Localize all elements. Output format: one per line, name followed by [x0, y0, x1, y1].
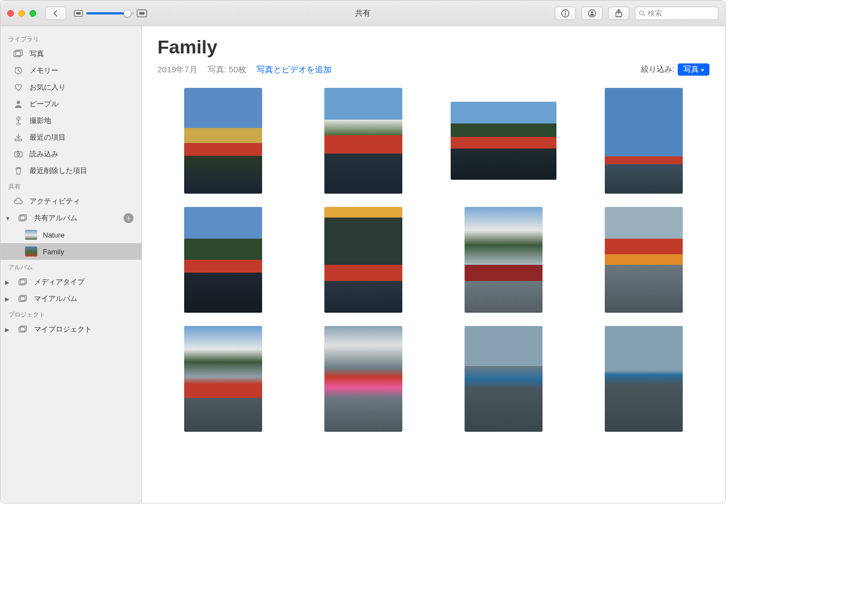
svg-rect-24 — [21, 295, 27, 300]
titlebar: 共有 検索 — [1, 1, 725, 26]
album-count: 写真: 50枚 — [208, 65, 246, 75]
disclosure-triangle-icon[interactable]: ▶ — [5, 296, 11, 302]
sidebar-header-library: ライブラリ — [1, 32, 141, 46]
sidebar-item-favorites[interactable]: お気に入り — [1, 79, 141, 96]
sidebar-item-my-projects[interactable]: ▶ マイプロジェクト — [1, 321, 141, 338]
info-button[interactable] — [555, 7, 576, 20]
svg-point-4 — [591, 11, 593, 13]
search-placeholder: 検索 — [648, 8, 662, 18]
zoom-out-icon — [74, 10, 83, 17]
sidebar-header-albums: アルバム — [1, 260, 141, 274]
cloud-icon — [13, 196, 24, 206]
memories-icon — [13, 66, 24, 76]
photo-thumbnail[interactable] — [605, 326, 683, 432]
svg-point-17 — [17, 153, 20, 156]
thumbnail-size-control — [74, 10, 146, 17]
album-stack-icon — [17, 324, 28, 334]
sidebar-item-activity[interactable]: アクティビティ — [1, 193, 141, 210]
photo-thumbnail[interactable] — [184, 207, 262, 313]
svg-rect-15 — [15, 139, 22, 141]
people-button[interactable] — [581, 7, 603, 20]
sidebar-item-shared-albums[interactable]: ▼ 共有アルバム + — [1, 210, 141, 226]
photo-thumbnail[interactable] — [184, 326, 262, 432]
svg-rect-23 — [19, 297, 25, 302]
search-icon — [639, 10, 645, 17]
photo-thumbnail[interactable] — [324, 207, 402, 313]
svg-line-7 — [643, 14, 645, 16]
album-date: 2019年7月 — [157, 65, 198, 75]
back-button[interactable] — [45, 7, 66, 20]
svg-rect-25 — [19, 327, 25, 332]
svg-point-14 — [16, 124, 21, 125]
disclosure-triangle-icon[interactable]: ▼ — [5, 215, 11, 221]
content-area: Family 2019年7月 写真: 50枚 写真とビデオを追加 絞り込み: 写… — [142, 26, 725, 503]
add-photos-videos-link[interactable]: 写真とビデオを追加 — [257, 65, 332, 75]
photo-thumbnail[interactable] — [605, 207, 683, 313]
photos-icon — [13, 49, 24, 59]
sidebar-item-recently-deleted[interactable]: 最近削除した項目 — [1, 162, 141, 179]
photo-thumbnail[interactable] — [324, 88, 402, 194]
close-window-button[interactable] — [7, 10, 14, 17]
album-thumbnail-icon — [25, 246, 37, 256]
person-icon — [13, 99, 24, 109]
photo-grid — [157, 86, 709, 434]
chevron-down-icon: ▾ — [701, 67, 704, 73]
sidebar-item-album-nature[interactable]: Nature — [1, 226, 141, 243]
sidebar-item-places[interactable]: 撮影地 — [1, 112, 141, 129]
zoom-in-icon — [137, 9, 147, 17]
album-meta-row: 2019年7月 写真: 50枚 写真とビデオを追加 絞り込み: 写真 ▾ — [157, 63, 709, 76]
sidebar-item-album-family[interactable]: Family — [1, 243, 141, 260]
photo-thumbnail[interactable] — [465, 326, 542, 432]
photo-thumbnail[interactable] — [605, 88, 683, 194]
svg-point-12 — [17, 117, 20, 120]
minimize-window-button[interactable] — [18, 10, 25, 17]
album-thumbnail-icon — [25, 230, 37, 240]
album-stack-icon — [17, 277, 28, 287]
svg-rect-18 — [17, 151, 19, 152]
sidebar-header-shared: 共有 — [1, 179, 141, 193]
svg-rect-2 — [565, 13, 565, 16]
sidebar-item-memories[interactable]: メモリー — [1, 62, 141, 79]
svg-rect-26 — [21, 326, 27, 331]
sidebar-item-imports[interactable]: 読み込み — [1, 146, 141, 162]
thumbnail-size-slider[interactable] — [86, 12, 134, 14]
trash-icon — [13, 166, 24, 176]
zoom-window-button[interactable] — [29, 10, 36, 17]
album-stack-icon — [17, 294, 28, 304]
svg-point-6 — [640, 11, 644, 14]
sidebar-item-my-albums[interactable]: ▶ マイアルバム — [1, 290, 141, 307]
photo-thumbnail[interactable] — [184, 88, 262, 194]
photo-thumbnail[interactable] — [451, 102, 556, 180]
sidebar: ライブラリ 写真 メモリー お気に入り ピープル 撮影地 最近の項目 読み込み — [1, 26, 142, 503]
album-title: Family — [157, 36, 709, 58]
disclosure-triangle-icon[interactable]: ▶ — [5, 279, 11, 285]
disclosure-triangle-icon[interactable]: ▶ — [5, 327, 11, 333]
sidebar-item-photos[interactable]: 写真 — [1, 46, 141, 62]
album-stack-icon — [17, 213, 28, 223]
download-icon — [13, 132, 24, 142]
photo-thumbnail[interactable] — [465, 207, 542, 313]
heart-icon — [13, 82, 24, 92]
svg-point-11 — [17, 101, 20, 104]
camera-icon — [13, 149, 24, 159]
sidebar-item-people[interactable]: ピープル — [1, 96, 141, 112]
sidebar-header-projects: プロジェクト — [1, 307, 141, 321]
add-shared-album-button[interactable]: + — [124, 213, 134, 223]
sidebar-item-recents[interactable]: 最近の項目 — [1, 129, 141, 146]
photo-thumbnail[interactable] — [324, 326, 402, 432]
window-controls — [7, 10, 36, 17]
window-title: 共有 — [355, 8, 371, 18]
filter-dropdown[interactable]: 写真 ▾ — [678, 63, 709, 76]
sidebar-item-media-types[interactable]: ▶ メディアタイプ — [1, 274, 141, 290]
search-field[interactable]: 検索 — [635, 7, 718, 20]
share-button[interactable] — [608, 7, 629, 20]
pin-icon — [13, 116, 24, 126]
filter-label: 絞り込み: — [641, 65, 674, 75]
svg-point-1 — [565, 11, 566, 12]
